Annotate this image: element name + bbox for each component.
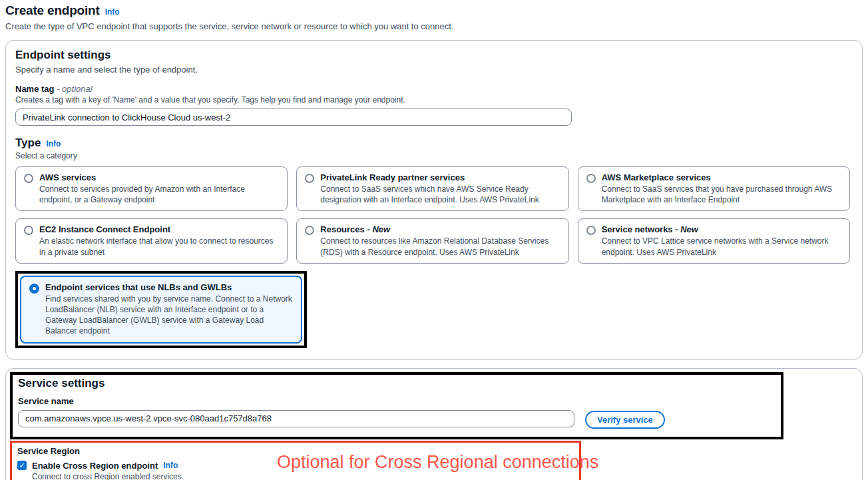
type-option-service-networks[interactable]: Service networks - New Connect to VPC La… [578,218,850,263]
page-header: Create endpointInfo Create the type of V… [5,2,863,31]
type-option-title: EC2 Instance Connect Endpoint [39,224,170,234]
type-option-ec2-instance-connect[interactable]: EC2 Instance Connect Endpoint An elastic… [15,218,288,263]
cross-region-info-link[interactable]: Info [163,461,178,470]
type-option-resources[interactable]: Resources - New Connect to resources lik… [296,218,568,263]
endpoint-settings-description: Specify a name and select the type of en… [15,65,850,75]
type-option-marketplace[interactable]: AWS Marketplace services Connect to SaaS… [578,166,850,211]
name-tag-optional: - optional [57,84,92,94]
type-option-description: Find services shared with you by service… [45,294,293,337]
radio-icon[interactable] [24,226,33,235]
type-option-description: Connect to SaaS services which have AWS … [320,184,560,205]
page-title: Create endpoint [5,3,100,18]
endpoint-settings-card: Endpoint settings Specify a name and sel… [5,40,863,360]
service-name-input[interactable] [18,410,574,427]
type-option-title: Endpoint services that use NLBs and GWLB… [45,282,232,292]
annotation-box-service-settings: Service settings Service name Verify ser… [10,372,783,439]
new-badge: - New [367,224,390,234]
type-option-title: AWS Marketplace services [602,172,711,182]
type-option-description: Connect to services provided by Amazon w… [39,184,279,205]
type-heading: TypeInfo [15,136,850,150]
radio-icon[interactable] [586,226,596,235]
service-settings-title: Service settings [18,377,774,390]
radio-icon[interactable] [305,226,314,235]
type-option-aws-services[interactable]: AWS services Connect to services provide… [15,166,288,211]
cross-region-checkbox-label: Enable Cross Region endpoint [32,461,158,471]
service-name-row: Verify service [18,410,774,429]
radio-icon[interactable] [586,174,596,183]
type-info-link[interactable]: Info [46,139,61,148]
create-endpoint-page: Create endpointInfo Create the type of V… [0,0,868,480]
verify-service-button[interactable]: Verify service [585,411,665,429]
type-option-description: Connect to resources like Amazon Relatio… [320,236,560,257]
type-option-privatelink-partner[interactable]: PrivateLink Ready partner services Conne… [296,166,568,211]
name-tag-description: Creates a tag with a key of 'Name' and a… [15,95,850,105]
type-description: Select a category [15,151,850,160]
type-option-description: Connect to VPC Lattice service networks … [602,236,841,257]
annotation-box-service-region: Service Region ✓ Enable Cross Region end… [10,441,581,480]
name-tag-label: Name tag - optional [15,84,850,94]
radio-checked-icon[interactable] [29,284,39,294]
radio-icon[interactable] [24,174,33,183]
page-subtitle: Create the type of VPC endpoint that sup… [5,21,863,31]
type-options-grid: AWS services Connect to services provide… [15,166,850,264]
type-option-title: Service networks [602,224,673,234]
annotation-box-selected-type: Endpoint services that use NLBs and GWLB… [15,271,307,348]
type-option-title: AWS services [39,172,96,182]
endpoint-settings-title: Endpoint settings [15,49,850,62]
annotation-text-cross-regional: Optional for Cross Regional connections [277,452,598,473]
type-option-title: PrivateLink Ready partner services [320,172,465,182]
cross-region-checkbox[interactable]: ✓ [17,461,27,470]
cross-region-checkbox-description: Connect to cross Region enabled services… [32,472,574,480]
type-option-description: Connect to SaaS services that you have p… [602,184,841,205]
type-option-description: An elastic network interface that allow … [39,236,279,257]
service-settings-card: Service settings Service name Verify ser… [5,368,863,480]
new-badge: - New [675,224,698,234]
type-option-endpoint-services-nlb-gwlb[interactable]: Endpoint services that use NLBs and GWLB… [20,276,302,344]
radio-icon[interactable] [305,174,314,183]
type-option-title: Resources [320,224,364,234]
name-tag-input[interactable] [15,109,572,126]
service-name-label: Service name [18,396,774,406]
page-info-link[interactable]: Info [105,7,120,17]
